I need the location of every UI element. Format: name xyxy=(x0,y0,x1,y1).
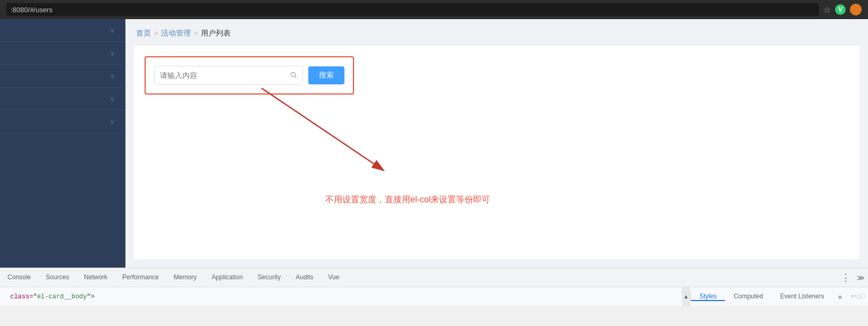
tab-vue[interactable]: Vue xyxy=(321,268,347,287)
tab-sources[interactable]: Sources xyxy=(38,268,77,287)
sidebar: ∨ ∨ ∨ ∨ ∨ xyxy=(0,19,125,268)
devtools-panel-tabs: Styles Computed Event Listeners » x×△□ xyxy=(690,293,868,301)
devtools-tabs-bar: Console Sources Network Performance Memo… xyxy=(0,268,868,287)
tab-memory[interactable]: Memory xyxy=(166,268,204,287)
tab-security[interactable]: Security xyxy=(250,268,288,287)
sidebar-item-3[interactable]: ∨ xyxy=(0,65,125,88)
chevron-down-icon: ∨ xyxy=(110,118,115,125)
chevron-down-icon: ∨ xyxy=(110,72,115,80)
url-bar[interactable]: :8080/#/users xyxy=(6,3,819,16)
breadcrumb-current: 用户列表 xyxy=(201,29,231,38)
tab-console[interactable]: Console xyxy=(0,268,38,287)
chevron-down-icon: ∨ xyxy=(110,49,115,57)
panel-tab-computed[interactable]: Computed xyxy=(725,293,771,301)
tab-network[interactable]: Network xyxy=(77,268,115,287)
code-attr-value: el-card__body xyxy=(37,293,87,301)
main-layout: ∨ ∨ ∨ ∨ ∨ 首页 > 活动管理 > 用户列表 xyxy=(0,19,868,268)
breadcrumb-home[interactable]: 首页 xyxy=(136,29,151,38)
sidebar-item-4[interactable]: ∨ xyxy=(0,88,125,110)
chevron-down-icon: ∨ xyxy=(110,95,115,102)
user-avatar-icon xyxy=(850,4,862,15)
sidebar-item-2[interactable]: ∨ xyxy=(0,42,125,65)
breadcrumb-sep-1: > xyxy=(154,30,158,37)
browser-bar: :8080/#/users ☆ V xyxy=(0,0,868,19)
search-input-wrapper xyxy=(154,66,303,85)
tab-application[interactable]: Application xyxy=(204,268,250,287)
devtools-scroll-button[interactable]: ▲ xyxy=(682,287,690,306)
code-equals: =" xyxy=(29,293,37,301)
svg-line-3 xyxy=(262,88,384,170)
breadcrumb-sep-2: > xyxy=(194,30,198,37)
tab-audits[interactable]: Audits xyxy=(288,268,321,287)
sidebar-item-1[interactable]: ∨ xyxy=(0,19,125,42)
extension-icon[interactable]: V xyxy=(835,4,846,15)
tab-performance[interactable]: Performance xyxy=(115,268,166,287)
bookmark-icon[interactable]: ☆ xyxy=(823,5,831,15)
content-card: 搜索 不用设置宽度，直接用el-col来设置等份即可 xyxy=(134,46,859,259)
tab-spacer xyxy=(347,268,838,287)
annotation-text: 不用设置宽度，直接用el-col来设置等份即可 xyxy=(325,194,490,205)
breadcrumb: 首页 > 活动管理 > 用户列表 xyxy=(125,19,868,46)
code-attr-name: class xyxy=(10,293,29,301)
faded-icons: x×△□ xyxy=(847,293,868,301)
url-text: :8080/#/users xyxy=(11,6,53,14)
code-close: "> xyxy=(87,293,94,301)
code-prefix xyxy=(6,293,10,301)
devtools-more-button[interactable]: ⋮ xyxy=(838,268,853,287)
search-box-container: 搜索 xyxy=(145,56,354,95)
code-section: class =" el-card__body "> xyxy=(0,293,682,301)
page-area: 首页 > 活动管理 > 用户列表 搜索 xyxy=(125,19,868,268)
devtools-bottom-bar: class =" el-card__body "> ▲ Styles Compu… xyxy=(0,287,868,306)
browser-actions: ☆ V xyxy=(823,4,862,15)
search-button[interactable]: 搜索 xyxy=(308,66,344,84)
search-icon-button[interactable] xyxy=(290,71,297,80)
breadcrumb-activity[interactable]: 活动管理 xyxy=(161,29,191,38)
search-input[interactable] xyxy=(160,71,290,80)
devtools-expand-button[interactable]: ≫ xyxy=(853,268,868,287)
svg-line-1 xyxy=(295,76,297,78)
svg-point-0 xyxy=(291,72,295,76)
panel-tab-event-listeners[interactable]: Event Listeners xyxy=(772,293,833,301)
panel-tab-more-button[interactable]: » xyxy=(832,293,847,301)
panel-tab-styles[interactable]: Styles xyxy=(691,293,726,301)
chevron-down-icon: ∨ xyxy=(110,27,115,34)
sidebar-item-5[interactable]: ∨ xyxy=(0,110,125,133)
